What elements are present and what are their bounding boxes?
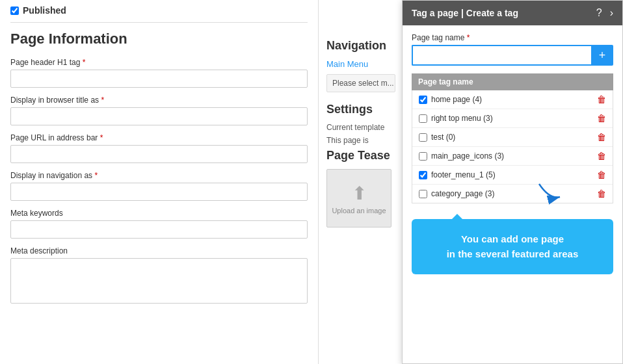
list-item: main_page_icons (3) 🗑 (412, 147, 613, 166)
page-information-title: Page Information (10, 31, 308, 47)
field-group-url: Page URL in address bar * (10, 133, 308, 163)
close-button[interactable]: › (610, 7, 613, 19)
tag-delete-0[interactable]: 🗑 (597, 94, 606, 105)
field-label-h1: Page header H1 tag * (10, 58, 308, 67)
published-checkbox[interactable] (10, 6, 19, 15)
tag-checkbox-2[interactable] (419, 133, 427, 142)
tag-row-label-5: category_page (3) (431, 189, 593, 198)
tag-checkbox-4[interactable] (419, 171, 427, 179)
current-template-row: Current template (326, 123, 395, 132)
field-label-browser-title: Display in browser title as * (10, 96, 308, 105)
upload-icon: ⬆ (352, 183, 367, 204)
tag-row-label-2: test (0) (431, 133, 593, 142)
help-button[interactable]: ? (596, 7, 602, 19)
panel-header: Tag a page | Create a tag ? › (403, 1, 622, 25)
tag-row-label-3: main_page_icons (3) (431, 151, 593, 161)
tag-input[interactable] (412, 45, 591, 66)
callout-text: You can add one pagein the several featu… (447, 233, 579, 259)
this-page-is-row: This page is (326, 136, 395, 145)
tag-delete-1[interactable]: 🗑 (597, 113, 606, 124)
tag-checkbox-5[interactable] (419, 190, 427, 198)
list-item: home page (4) 🗑 (412, 90, 613, 109)
tag-list: home page (4) 🗑 right top menu (3) 🗑 tes… (412, 90, 613, 203)
tag-delete-5[interactable]: 🗑 (597, 188, 606, 199)
field-input-meta-keywords[interactable] (10, 220, 308, 239)
field-textarea-meta-description[interactable] (10, 258, 308, 304)
left-panel: Published Page Information Page header H… (0, 0, 319, 364)
upload-text: Upload an image (332, 207, 386, 214)
tag-name-label: Page tag name * (412, 33, 613, 42)
tag-checkbox-0[interactable] (419, 96, 427, 104)
field-group-browser-title: Display in browser title as * (10, 96, 308, 125)
tag-add-button[interactable]: + (591, 45, 613, 66)
tag-panel: Tag a page | Create a tag ? › Page tag n… (402, 0, 623, 364)
field-group-meta-description: Meta description (10, 246, 308, 306)
tag-row-label-1: right top menu (3) (431, 114, 593, 123)
published-row: Published (10, 5, 308, 23)
tag-table-header: Page tag name (412, 73, 613, 90)
panel-body: Page tag name * + Page tag name home pag… (403, 25, 622, 211)
please-select-box[interactable]: Please select m... (326, 74, 395, 92)
tag-row-label-0: home page (4) (431, 95, 593, 104)
panel-header-title: Tag a page | Create a tag (412, 8, 518, 18)
field-label-meta-description: Meta description (10, 246, 308, 255)
tag-delete-4[interactable]: 🗑 (597, 170, 606, 180)
list-item: category_page (3) 🗑 (412, 185, 613, 203)
middle-panel: Navigation Main Menu Please select m... … (319, 0, 403, 364)
published-label: Published (23, 5, 66, 16)
field-group-nav: Display in navigation as * (10, 171, 308, 201)
panel-header-actions: ? › (596, 7, 613, 19)
field-group-h1: Page header H1 tag * (10, 58, 308, 88)
field-input-url[interactable] (10, 145, 308, 163)
list-item: right top menu (3) 🗑 (412, 109, 613, 128)
field-label-url: Page URL in address bar * (10, 133, 308, 142)
callout: You can add one pagein the several featu… (412, 219, 613, 274)
upload-box[interactable]: ⬆ Upload an image (326, 169, 391, 228)
field-input-h1[interactable] (10, 70, 308, 88)
settings-title: Settings (326, 103, 395, 116)
field-group-meta-keywords: Meta keywords (10, 209, 308, 239)
tag-row-label-4: footer_menu_1 (5) (431, 170, 593, 179)
list-item: test (0) 🗑 (412, 128, 613, 147)
field-input-browser-title[interactable] (10, 107, 308, 125)
tag-checkbox-3[interactable] (419, 152, 427, 161)
tag-delete-2[interactable]: 🗑 (597, 132, 606, 142)
page-teaser-title: Page Tease (326, 149, 395, 162)
tag-delete-3[interactable]: 🗑 (597, 151, 606, 161)
tag-input-row: + (412, 45, 613, 66)
tag-checkbox-1[interactable] (419, 114, 427, 123)
field-input-nav[interactable] (10, 183, 308, 201)
field-label-meta-keywords: Meta keywords (10, 209, 308, 218)
main-menu-link[interactable]: Main Menu (326, 59, 395, 69)
navigation-title: Navigation (326, 39, 395, 53)
list-item: footer_menu_1 (5) 🗑 (412, 166, 613, 185)
field-label-nav: Display in navigation as * (10, 171, 308, 180)
